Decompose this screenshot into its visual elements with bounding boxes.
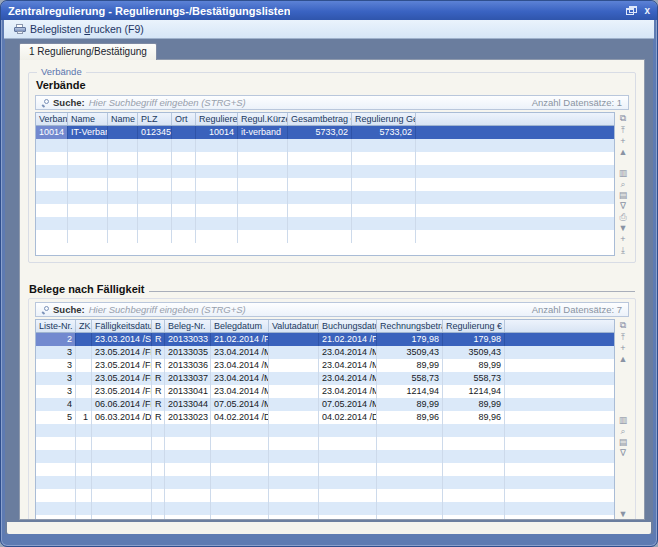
title-bar: Zentralregulierung - Regulierungs-/Bestä… xyxy=(1,1,657,20)
verbaende-group-label: Verbände xyxy=(37,66,86,78)
column-settings-button[interactable]: ▥ xyxy=(617,168,629,179)
print-beleglisten-button[interactable]: Beleglisten drucken (F9) xyxy=(10,22,148,36)
empty-table-row xyxy=(36,489,614,502)
close-button[interactable]: x xyxy=(644,6,650,16)
column-header[interactable]: Verband xyxy=(36,113,68,125)
table-row[interactable]: 406.06.2014 /FrR2013304407.05.2014 /Mi07… xyxy=(36,398,614,411)
copy-rows-icon[interactable]: ⧉ xyxy=(617,112,629,125)
verbaende-grid-sidebar: ⧉ ⤒ + ▲ ▥ ⌕ ▤ ∇ ⎙ ▼ + ⤓ xyxy=(615,112,629,256)
column-header[interactable]: Beleg-Nr. xyxy=(165,320,211,332)
row-up-button[interactable]: + xyxy=(617,343,629,354)
search-placeholder: Hier Suchbegriff eingeben (STRG+S) xyxy=(89,97,246,108)
belege-caption: Belege nach Fälligkeit xyxy=(29,283,145,296)
verbaende-grid-header: Verband Name Name 2 PLZ Ort Regulierer R… xyxy=(36,113,614,126)
empty-table-row xyxy=(36,437,614,450)
table-row[interactable]: 323.05.2014 /FrR2013303623.04.2014 /Mi23… xyxy=(36,359,614,372)
printer-icon xyxy=(14,24,26,34)
table-row[interactable]: 323.05.2014 /FrR2013303523.04.2014 /Mi23… xyxy=(36,346,614,359)
empty-table-row xyxy=(36,217,614,230)
search-icon xyxy=(42,99,49,106)
column-header[interactable]: PLZ xyxy=(138,113,172,125)
scroll-bottom-button[interactable]: ⤓ xyxy=(617,245,629,256)
verbaende-groupbox: Verbände Verbände Suche: Hier Suchbegrif… xyxy=(28,72,636,263)
restore-button[interactable] xyxy=(626,6,637,16)
page-up-button[interactable]: ▲ xyxy=(617,354,629,365)
column-header[interactable]: Fälligkeitsdatum xyxy=(92,320,152,332)
column-header[interactable]: Name xyxy=(68,113,108,125)
page-up-button[interactable]: ▲ xyxy=(617,147,629,158)
verbaende-grid: Verband Name Name 2 PLZ Ort Regulierer R… xyxy=(35,112,629,256)
export-button[interactable]: ▤ xyxy=(617,437,629,448)
belege-groupbox: Suche: Hier Suchbegriff eingeben (STRG+S… xyxy=(28,298,636,520)
filter-button[interactable]: ∇ xyxy=(617,448,629,459)
scroll-top-button[interactable]: ⤒ xyxy=(617,332,629,343)
belege-search-bar[interactable]: Suche: Hier Suchbegriff eingeben (STRG+S… xyxy=(35,302,629,317)
row-up-button[interactable]: + xyxy=(617,136,629,147)
column-header[interactable]: Regul.Kürzel xyxy=(238,113,288,125)
column-header[interactable]: Belegdatum xyxy=(211,320,269,332)
filter-button[interactable]: ∇ xyxy=(617,201,629,212)
search-label: Suche: xyxy=(53,97,85,108)
empty-table-row xyxy=(36,165,614,178)
export-button[interactable]: ▤ xyxy=(617,190,629,201)
grid-search-button[interactable]: ⌕ xyxy=(617,426,629,437)
column-header[interactable]: Regulierung € xyxy=(443,320,505,332)
app-window: Zentralregulierung - Regulierungs-/Bestä… xyxy=(0,0,658,547)
belege-grid-sidebar: ⧉ ⤒ + ▲ ▥ ⌕ ▤ ∇ ▼ + ⤓ xyxy=(615,319,629,520)
grid-search-button[interactable]: ⌕ xyxy=(617,179,629,190)
belege-section-header: Belege nach Fälligkeit xyxy=(29,283,635,296)
column-header[interactable]: Valutadatum xyxy=(269,320,319,332)
tab-regulierung-bestaetigung[interactable]: 1 Regulierung/Bestätigung xyxy=(19,43,157,60)
column-header[interactable]: Buchungsdatum xyxy=(319,320,377,332)
empty-table-row xyxy=(36,204,614,217)
empty-table-row xyxy=(36,152,614,165)
column-header[interactable]: Name 2 xyxy=(108,113,138,125)
empty-table-row xyxy=(36,139,614,152)
empty-table-row xyxy=(36,230,614,243)
verbaende-search-bar[interactable]: Suche: Hier Suchbegriff eingeben (STRG+S… xyxy=(35,95,629,110)
print-button-label: Beleglisten drucken (F9) xyxy=(30,23,144,35)
belege-grid: Liste-Nr.▼ ZK Fälligkeitsdatum B Beleg-N… xyxy=(35,319,629,520)
column-header[interactable]: Gesamtbetrag € xyxy=(288,113,352,125)
copy-rows-icon[interactable]: ⧉ xyxy=(617,319,629,332)
empty-table-row xyxy=(36,178,614,191)
column-settings-button[interactable]: ▥ xyxy=(617,415,629,426)
page-down-button[interactable]: ▼ xyxy=(617,223,629,234)
empty-table-row xyxy=(36,424,614,437)
selected-table-row[interactable]: 2 23.03.2014 /So R 20133033 21.02.2014 /… xyxy=(36,333,614,346)
status-bar xyxy=(7,522,651,534)
main-area: 1 Regulierung/Bestätigung Verbände Verbä… xyxy=(5,39,653,534)
column-header[interactable]: Regulierung Ges. € xyxy=(352,113,416,125)
scroll-top-button[interactable]: ⤒ xyxy=(617,125,629,136)
column-header[interactable]: Rechnungsbetrag € xyxy=(377,320,443,332)
table-row[interactable]: 323.05.2014 /FrR2013304123.04.2014 /Mi23… xyxy=(36,385,614,398)
column-header-filler xyxy=(505,320,614,332)
table-row[interactable]: 5106.03.2014 /DoR2013302304.02.2014 /Di0… xyxy=(36,411,614,424)
column-header[interactable]: Regulierer xyxy=(196,113,238,125)
window-controls: x xyxy=(626,6,650,16)
grid-print-button[interactable]: ⎙ xyxy=(617,212,629,223)
table-row[interactable]: 323.05.2014 /FrR2013303723.04.2014 /Mi23… xyxy=(36,372,614,385)
empty-table-row xyxy=(36,463,614,476)
row-down-button[interactable]: + xyxy=(617,234,629,245)
record-count: Anzahl Datensätze: 1 xyxy=(532,97,622,108)
selected-table-row[interactable]: 10014 IT-Verband 012345 10014 it-verband… xyxy=(36,126,614,139)
belege-grid-header: Liste-Nr.▼ ZK Fälligkeitsdatum B Beleg-N… xyxy=(36,320,614,333)
page-down-button[interactable]: ▼ xyxy=(617,509,629,520)
column-header[interactable]: Ort xyxy=(172,113,196,125)
empty-table-row xyxy=(36,502,614,515)
toolbar: Beleglisten drucken (F9) xyxy=(4,20,654,39)
column-header[interactable]: ZK xyxy=(76,320,92,332)
verbaende-caption: Verbände xyxy=(36,79,629,92)
empty-table-row xyxy=(36,476,614,489)
content-panel: Verbände Verbände Suche: Hier Suchbegrif… xyxy=(19,59,645,520)
record-count: Anzahl Datensätze: 7 xyxy=(532,304,622,315)
tab-bar: 1 Regulierung/Bestätigung xyxy=(5,39,653,59)
search-placeholder: Hier Suchbegriff eingeben (STRG+S) xyxy=(89,304,246,315)
column-header[interactable]: Liste-Nr.▼ xyxy=(36,320,76,332)
empty-table-row xyxy=(36,191,614,204)
search-icon xyxy=(42,306,49,313)
window-title: Zentralregulierung - Regulierungs-/Bestä… xyxy=(8,5,290,17)
search-label: Suche: xyxy=(53,304,85,315)
column-header[interactable]: B xyxy=(152,320,165,332)
